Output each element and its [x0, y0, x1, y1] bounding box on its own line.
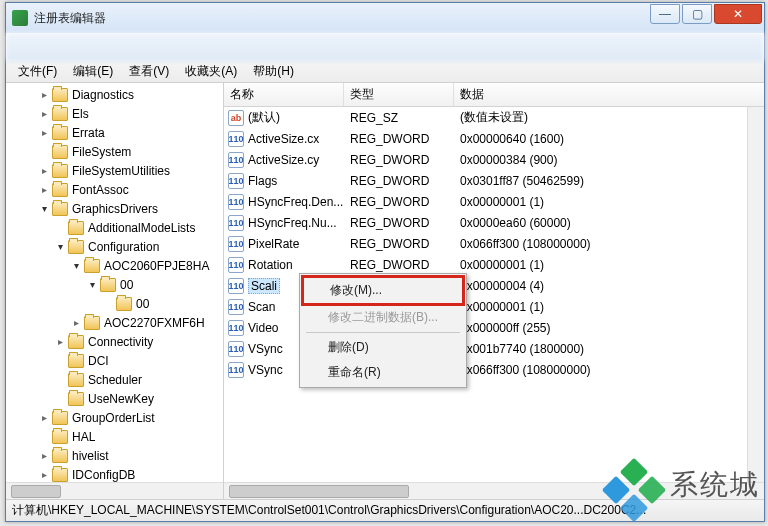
menu-help[interactable]: 帮助(H) [245, 63, 302, 80]
chevron-right-icon[interactable]: ▸ [38, 450, 50, 462]
minimize-button[interactable]: — [650, 4, 680, 24]
chevron-right-icon[interactable]: ▸ [38, 108, 50, 120]
chevron-right-icon[interactable]: ▸ [70, 317, 82, 329]
chevron-right-icon[interactable]: ▸ [38, 184, 50, 196]
tree-node[interactable]: ▸FileSystemUtilities [6, 161, 223, 180]
menu-modify-binary[interactable]: 修改二进制数据(B)... [302, 305, 464, 330]
folder-icon [52, 88, 68, 102]
value-row[interactable]: 110HSyncFreq.Den...REG_DWORD0x00000001 (… [224, 191, 764, 212]
tree-label: Connectivity [88, 335, 153, 349]
value-data: 0x00000004 (4) [454, 279, 764, 293]
tree-node[interactable]: HAL [6, 427, 223, 446]
dword-value-icon: 110 [228, 257, 244, 273]
tree-node[interactable]: ▸FontAssoc [6, 180, 223, 199]
tree-node[interactable]: ▾Configuration [6, 237, 223, 256]
value-row[interactable]: 110RotationREG_DWORD0x00000001 (1) [224, 254, 764, 275]
dword-value-icon: 110 [228, 194, 244, 210]
tree-node[interactable]: ▸GroupOrderList [6, 408, 223, 427]
chevron-right-icon[interactable]: ▸ [38, 165, 50, 177]
menu-rename[interactable]: 重命名(R) [302, 360, 464, 385]
chevron-right-icon[interactable]: ▸ [38, 412, 50, 424]
menu-modify[interactable]: 修改(M)... [304, 278, 462, 303]
menu-edit[interactable]: 编辑(E) [65, 63, 121, 80]
scrollbar-thumb[interactable] [11, 485, 61, 498]
chevron-right-icon[interactable]: ▸ [38, 89, 50, 101]
values-pane[interactable]: 名称 类型 数据 ab(默认)REG_SZ(数值未设置)110ActiveSiz… [224, 83, 764, 499]
tree-label: 00 [120, 278, 133, 292]
column-data[interactable]: 数据 [454, 83, 764, 106]
value-row[interactable]: 110ActiveSize.cyREG_DWORD0x00000384 (900… [224, 149, 764, 170]
window-title: 注册表编辑器 [34, 10, 648, 27]
value-type: REG_DWORD [344, 153, 454, 167]
column-type[interactable]: 类型 [344, 83, 454, 106]
folder-icon [68, 392, 84, 406]
tree-node[interactable]: 00 [6, 294, 223, 313]
menu-delete[interactable]: 删除(D) [302, 335, 464, 360]
tree-node[interactable]: ▸Errata [6, 123, 223, 142]
tree-node[interactable]: DCI [6, 351, 223, 370]
folder-icon [116, 297, 132, 311]
value-row[interactable]: 110HSyncFreq.Nu...REG_DWORD0x0000ea60 (6… [224, 212, 764, 233]
titlebar[interactable]: 注册表编辑器 — ▢ ✕ [6, 3, 764, 33]
dword-value-icon: 110 [228, 173, 244, 189]
value-data: 0x066ff300 (108000000) [454, 237, 764, 251]
status-path: 计算机\HKEY_LOCAL_MACHINE\SYSTEM\ControlSet… [12, 502, 646, 519]
value-row[interactable]: ab(默认)REG_SZ(数值未设置) [224, 107, 764, 128]
value-row[interactable]: 110PixelRateREG_DWORD0x066ff300 (1080000… [224, 233, 764, 254]
folder-icon [52, 449, 68, 463]
close-button[interactable]: ✕ [714, 4, 762, 24]
tree-node[interactable]: ▸AOC2270FXMF6H [6, 313, 223, 332]
tree-pane[interactable]: ▸Diagnostics▸Els▸ErrataFileSystem▸FileSy… [6, 83, 224, 499]
tree-node[interactable]: ▸hivelist [6, 446, 223, 465]
dword-value-icon: 110 [228, 299, 244, 315]
value-data: 0x00000001 (1) [454, 195, 764, 209]
tree-node[interactable]: ▸Diagnostics [6, 85, 223, 104]
chevron-down-icon[interactable]: ▾ [54, 241, 66, 253]
tree-label: Configuration [88, 240, 159, 254]
tree-node[interactable]: ▸Connectivity [6, 332, 223, 351]
chevron-down-icon[interactable]: ▾ [38, 203, 50, 215]
value-data: 0x00000001 (1) [454, 258, 764, 272]
folder-icon [68, 240, 84, 254]
chevron-right-icon[interactable]: ▸ [38, 469, 50, 481]
tree-label: Errata [72, 126, 105, 140]
folder-icon [52, 468, 68, 482]
value-name: HSyncFreq.Den... [248, 195, 343, 209]
menu-view[interactable]: 查看(V) [121, 63, 177, 80]
tree-node[interactable]: FileSystem [6, 142, 223, 161]
dword-value-icon: 110 [228, 362, 244, 378]
tree-node[interactable]: ▾GraphicsDrivers [6, 199, 223, 218]
value-type: REG_DWORD [344, 132, 454, 146]
maximize-button[interactable]: ▢ [682, 4, 712, 24]
chevron-down-icon[interactable]: ▾ [86, 279, 98, 291]
menu-separator [306, 332, 460, 333]
value-row[interactable]: 110ActiveSize.cxREG_DWORD0x00000640 (160… [224, 128, 764, 149]
watermark-text: 系统城 [670, 466, 760, 504]
chevron-down-icon[interactable]: ▾ [70, 260, 82, 272]
values-v-scrollbar[interactable] [747, 107, 764, 482]
tree-node[interactable]: ▾00 [6, 275, 223, 294]
tree-label: Diagnostics [72, 88, 134, 102]
tree-node[interactable]: ▸Els [6, 104, 223, 123]
registry-editor-window: 注册表编辑器 — ▢ ✕ 文件(F) 编辑(E) 查看(V) 收藏夹(A) 帮助… [5, 2, 765, 522]
tree-node[interactable]: UseNewKey [6, 389, 223, 408]
scrollbar-thumb[interactable] [229, 485, 409, 498]
toolbar-blurred [6, 33, 764, 61]
chevron-right-icon[interactable]: ▸ [38, 127, 50, 139]
menu-favorites[interactable]: 收藏夹(A) [177, 63, 245, 80]
tree-node[interactable]: AdditionalModeLists [6, 218, 223, 237]
value-name: VSync [248, 363, 283, 377]
tree-h-scrollbar[interactable] [6, 482, 223, 499]
tree-node[interactable]: ▾AOC2060FPJE8HA [6, 256, 223, 275]
dword-value-icon: 110 [228, 278, 244, 294]
folder-icon [84, 316, 100, 330]
value-data: 0x00000640 (1600) [454, 132, 764, 146]
value-row[interactable]: 110FlagsREG_DWORD0x0301ff87 (50462599) [224, 170, 764, 191]
dword-value-icon: 110 [228, 152, 244, 168]
column-name[interactable]: 名称 [224, 83, 344, 106]
menu-file[interactable]: 文件(F) [10, 63, 65, 80]
tree-node[interactable]: Scheduler [6, 370, 223, 389]
value-name: (默认) [248, 109, 280, 126]
chevron-right-icon[interactable]: ▸ [54, 336, 66, 348]
folder-icon [68, 335, 84, 349]
